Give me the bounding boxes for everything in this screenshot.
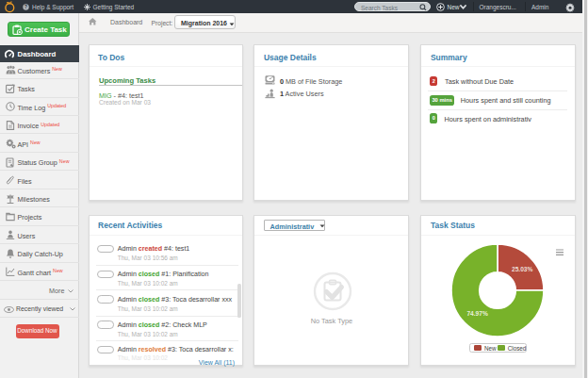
svg-text:?: ?: [24, 4, 26, 9]
svg-text:74.97%: 74.97%: [466, 310, 488, 317]
svg-text:25.03%: 25.03%: [512, 266, 533, 272]
